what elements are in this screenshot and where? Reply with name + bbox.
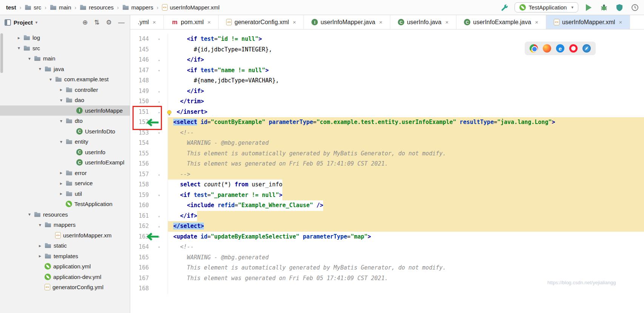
gutter[interactable]: 161▴ (130, 211, 168, 222)
firefox-browser-icon[interactable] (543, 44, 551, 53)
tree-item-com.example.test[interactable]: ▾com.example.test (0, 74, 130, 85)
tree-item-userInfoMappe[interactable]: IuserInfoMappe (0, 105, 130, 116)
code-line-156[interactable]: 156 This element was generated on Fri Fe… (130, 159, 644, 169)
chevron-collapsed-icon[interactable]: ▸ (57, 87, 66, 92)
tree-item-src[interactable]: ▾src (0, 43, 130, 54)
code-line-160[interactable]: 160 <include refid="Example_Where_Clause… (130, 200, 644, 211)
tree-item-log[interactable]: ▸log (0, 33, 130, 43)
gutter[interactable]: 162▴ (130, 221, 168, 232)
fold-up-icon[interactable]: ▴ (149, 96, 168, 107)
settings-gear-icon[interactable]: ⚙ (106, 19, 112, 26)
gutter[interactable]: 159▾ (130, 190, 168, 201)
code-line-147[interactable]: 147▾ <if test="name != null"> (130, 65, 644, 76)
tab-generatorConfig.xml[interactable]: <>generatorConfig.xml× (219, 15, 304, 29)
code-line-148[interactable]: 148 #{name,jdbcType=VARCHAR}, (130, 76, 644, 86)
project-window-icon[interactable] (5, 19, 11, 26)
project-panel-title[interactable]: Project (14, 19, 33, 26)
gutter[interactable]: 166 (130, 263, 168, 273)
close-tab-icon[interactable]: × (208, 19, 211, 25)
chevron-collapsed-icon[interactable]: ▸ (57, 181, 66, 186)
hide-panel-icon[interactable]: — (118, 19, 125, 26)
fold-up-icon[interactable]: ▴ (149, 55, 168, 65)
run-button[interactable] (583, 2, 594, 13)
tree-item-util[interactable]: ▸util (0, 189, 130, 199)
gutter[interactable]: 144▾ (130, 34, 168, 45)
tree-item-userInfo[interactable]: CuserInfo (0, 147, 130, 158)
code-line-162[interactable]: 162▴</select> (130, 221, 644, 232)
tab-userInfoExample.java[interactable]: CuserInfoExample.java× (456, 15, 546, 29)
tree-item-resources[interactable]: ▾resources (0, 209, 130, 220)
gutter[interactable]: 167 (130, 273, 168, 284)
tree-item-dto[interactable]: ▾dto (0, 116, 130, 126)
gutter[interactable]: 148 (130, 76, 168, 86)
chevron-expanded-icon[interactable]: ▾ (35, 66, 45, 71)
fold-up-icon[interactable]: ▴ (149, 221, 168, 232)
code-line-165[interactable]: 165 WARNING - @mbg.generated (130, 253, 644, 263)
breadcrumb-item-test[interactable]: test (5, 3, 18, 11)
code-line-163[interactable]: 163▾<update id="updateByExampleSelective… (130, 232, 644, 242)
tree-item-templates[interactable]: ▸templates (0, 251, 130, 262)
run-configuration-select[interactable]: TestApplication ▾ (515, 2, 578, 12)
gutter[interactable]: 149▴ (130, 86, 168, 97)
chevron-expanded-icon[interactable]: ▾ (57, 98, 66, 103)
tree-item-application-dev.yml[interactable]: application-dev.yml (0, 272, 130, 282)
build-hammer-icon[interactable] (499, 2, 510, 13)
close-tab-icon[interactable]: × (379, 19, 382, 25)
chevron-collapsed-icon[interactable]: ▸ (57, 191, 66, 196)
tree-item-controller[interactable]: ▸controller (0, 85, 130, 95)
chevron-expanded-icon[interactable]: ▾ (57, 139, 66, 144)
breadcrumb-item-mappers[interactable]: mappers (121, 3, 155, 12)
tab-pom.xml[interactable]: mpom.xml× (164, 15, 219, 29)
fold-up-icon[interactable]: ▴ (149, 86, 168, 97)
chevron-down-icon[interactable]: ▾ (35, 20, 38, 25)
tab-.yml[interactable]: .yml× (130, 15, 164, 29)
gutter[interactable]: 168 (130, 284, 168, 294)
code-line-155[interactable]: 155 This element is automatically genera… (130, 149, 644, 159)
gutter[interactable]: 145 (130, 45, 168, 55)
tab-userInfoMapper.java[interactable]: IuserInfoMapper.java× (304, 15, 390, 29)
code-line-149[interactable]: 149▴ </if> (130, 86, 644, 97)
breadcrumb-item-src[interactable]: src (23, 3, 43, 12)
close-tab-icon[interactable]: × (535, 19, 538, 25)
code-line-164[interactable]: 164▾ <!-- (130, 242, 644, 253)
tree-item-entity[interactable]: ▾entity (0, 136, 130, 147)
code-line-150[interactable]: 150▴ </trim> (130, 96, 644, 107)
tree-item-application.yml[interactable]: application.yml (0, 261, 130, 272)
breadcrumb-item-resources[interactable]: resources (78, 3, 115, 12)
gutter[interactable]: 165 (130, 253, 168, 263)
opera-browser-icon[interactable] (569, 44, 578, 53)
breadcrumb-item-main[interactable]: main (48, 3, 73, 12)
code-line-153[interactable]: 153▾ <!-- (130, 128, 644, 138)
chevron-collapsed-icon[interactable]: ▸ (35, 243, 45, 248)
chevron-expanded-icon[interactable]: ▾ (46, 77, 55, 82)
chevron-collapsed-icon[interactable]: ▸ (35, 253, 45, 259)
code-line-152[interactable]: 152<select id="countByExample" parameter… (130, 117, 644, 128)
debug-button[interactable] (599, 2, 609, 13)
gutter[interactable]: 164▾ (130, 242, 168, 253)
gutter[interactable]: 160 (130, 200, 168, 211)
close-tab-icon[interactable]: × (619, 19, 622, 25)
fold-down-icon[interactable]: ▾ (149, 242, 168, 253)
tree-item-userInfoExampl[interactable]: CuserInfoExampl (0, 157, 130, 168)
gutter[interactable]: 146▴ (130, 55, 168, 65)
code-line-151[interactable]: 151▴ </insert> (130, 107, 644, 118)
tree-item-mappers[interactable]: ▾mappers (0, 220, 130, 230)
chevron-collapsed-icon[interactable]: ▸ (57, 170, 66, 175)
code-line-158[interactable]: 158 select count(*) from user_info (130, 180, 644, 190)
coverage-shield-icon[interactable] (614, 2, 625, 13)
gutter[interactable]: 157▴ (130, 169, 168, 180)
gutter[interactable]: 155 (130, 149, 168, 159)
code-line-146[interactable]: 146▴ </if> (130, 55, 644, 65)
chevron-expanded-icon[interactable]: ▾ (14, 45, 23, 51)
tree-item-dao[interactable]: ▾dao (0, 95, 130, 105)
code-editor[interactable]: 144▾ <if test="id != null">145 #{id,jdbc… (130, 29, 644, 313)
gutter[interactable]: 154 (130, 138, 168, 149)
tab-userInfo.java[interactable]: CuserInfo.java× (390, 15, 456, 29)
gutter[interactable]: 156 (130, 159, 168, 169)
safari-browser-icon[interactable] (582, 44, 591, 53)
tree-item-main[interactable]: ▾main (0, 53, 130, 64)
chrome-browser-icon[interactable] (530, 44, 538, 53)
chevron-expanded-icon[interactable]: ▾ (25, 212, 34, 217)
code-line-161[interactable]: 161▴ </if> (130, 211, 644, 222)
fold-down-icon[interactable]: ▾ (149, 34, 168, 45)
